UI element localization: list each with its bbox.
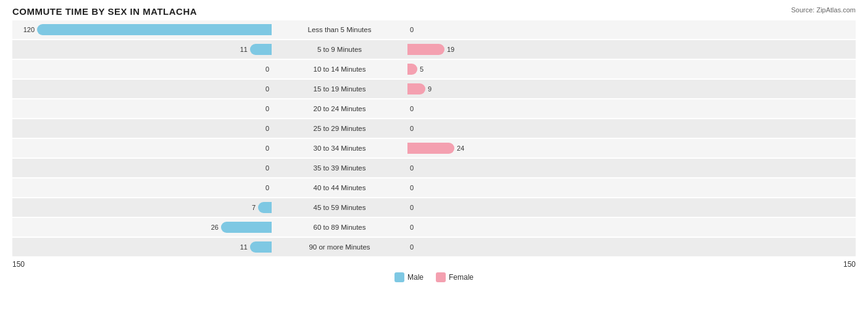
chart-row: 0 20 to 24 Minutes 0 <box>12 99 856 118</box>
female-value: 0 <box>410 105 422 112</box>
row-label: 45 to 59 Minutes <box>272 204 407 211</box>
chart-row: 0 15 to 19 Minutes 9 <box>12 80 856 98</box>
male-value: 0 <box>257 85 269 93</box>
row-label: 10 to 14 Minutes <box>272 65 407 73</box>
male-value: 0 <box>257 145 269 152</box>
female-value: 0 <box>410 224 422 231</box>
chart-row: 0 40 to 44 Minutes 0 <box>12 178 856 197</box>
male-value: 0 <box>257 164 269 172</box>
axis-right: 150 <box>825 260 856 269</box>
chart-title: COMMUTE TIME BY SEX IN MATLACHA <box>12 6 856 17</box>
male-bar <box>250 241 272 253</box>
source-label: Source: ZipAtlas.com <box>791 6 856 14</box>
male-value: 0 <box>257 65 269 73</box>
axis-row: 150 150 <box>12 260 856 269</box>
male-bar-container: 0 <box>12 181 272 195</box>
row-label: Less than 5 Minutes <box>272 26 407 33</box>
female-bar <box>407 83 425 94</box>
male-legend-box <box>394 272 404 282</box>
row-label: 60 to 89 Minutes <box>272 224 407 231</box>
row-label: 35 to 39 Minutes <box>272 164 407 172</box>
female-bar-container: 0 <box>407 102 667 115</box>
chart-row: 7 45 to 59 Minutes 0 <box>12 198 856 217</box>
female-value: 0 <box>410 204 422 211</box>
female-bar-container: 19 <box>407 43 667 56</box>
chart-row: 0 25 to 29 Minutes 0 <box>12 119 856 138</box>
male-bar-container: 0 <box>12 141 272 155</box>
legend-female: Female <box>436 272 474 282</box>
female-bar-container: 0 <box>407 122 667 135</box>
female-bar-container: 24 <box>407 141 667 155</box>
female-bar-container: 0 <box>407 201 667 214</box>
chart-row: 26 60 to 89 Minutes 0 <box>12 218 856 237</box>
female-bar-container: 0 <box>407 220 667 234</box>
male-legend-label: Male <box>407 273 424 282</box>
female-value: 24 <box>457 145 469 152</box>
male-value: 26 <box>206 224 219 231</box>
female-bar <box>407 64 417 75</box>
male-value: 0 <box>257 184 269 191</box>
male-bar-container: 0 <box>12 102 272 115</box>
female-bar <box>407 44 444 55</box>
male-bar <box>250 44 272 55</box>
male-value: 0 <box>257 105 269 112</box>
row-label: 40 to 44 Minutes <box>272 184 407 191</box>
row-label: 20 to 24 Minutes <box>272 105 407 112</box>
chart-row: 0 30 to 34 Minutes 24 <box>12 139 856 157</box>
female-legend-label: Female <box>449 273 474 282</box>
legend-male: Male <box>394 272 424 282</box>
chart-row: 0 35 to 39 Minutes 0 <box>12 159 856 177</box>
male-value: 11 <box>235 243 248 251</box>
male-value: 0 <box>257 125 269 132</box>
female-bar-container: 5 <box>407 62 667 76</box>
male-bar-container: 0 <box>12 161 272 175</box>
female-legend-box <box>436 272 446 282</box>
female-value: 9 <box>428 85 440 93</box>
row-label: 15 to 19 Minutes <box>272 85 407 93</box>
male-value: 7 <box>243 204 256 211</box>
female-value: 5 <box>420 65 432 73</box>
female-value: 0 <box>410 243 422 251</box>
female-bar-container: 0 <box>407 181 667 195</box>
male-bar-container: 0 <box>12 82 272 96</box>
male-value: 11 <box>235 46 248 53</box>
axis-left: 150 <box>12 260 43 269</box>
male-bar-container: 26 <box>12 220 272 234</box>
chart-row: 0 10 to 14 Minutes 5 <box>12 60 856 78</box>
female-value: 0 <box>410 125 422 132</box>
male-bar-container: 0 <box>12 62 272 76</box>
female-bar-container: 9 <box>407 82 667 96</box>
female-value: 0 <box>410 184 422 191</box>
chart-row: 120 Less than 5 Minutes 0 <box>12 20 856 39</box>
female-value: 19 <box>447 46 459 53</box>
male-bar-container: 0 <box>12 122 272 135</box>
chart-rows-wrapper: 120 Less than 5 Minutes 0 11 5 to 9 Minu… <box>12 20 856 258</box>
male-bar <box>258 202 272 213</box>
chart-row: 11 5 to 9 Minutes 19 <box>12 40 856 59</box>
female-value: 0 <box>410 164 422 172</box>
female-bar <box>407 143 454 154</box>
row-label: 90 or more Minutes <box>272 243 407 251</box>
row-label: 25 to 29 Minutes <box>272 125 407 132</box>
chart-row: 11 90 or more Minutes 0 <box>12 238 856 256</box>
female-bar-container: 0 <box>407 240 667 254</box>
chart-container: COMMUTE TIME BY SEX IN MATLACHA Source: … <box>0 0 868 323</box>
legend: Male Female <box>12 272 856 282</box>
male-value: 120 <box>22 26 35 33</box>
male-bar-container: 7 <box>12 201 272 214</box>
female-bar-container: 0 <box>407 161 667 175</box>
male-bar-container: 11 <box>12 43 272 56</box>
male-bar-container: 11 <box>12 240 272 254</box>
male-bar-container: 120 <box>12 23 272 36</box>
female-bar-container: 0 <box>407 23 667 36</box>
male-bar <box>37 24 272 35</box>
female-value: 0 <box>410 26 422 33</box>
row-label: 5 to 9 Minutes <box>272 46 407 53</box>
male-bar <box>221 222 272 233</box>
row-label: 30 to 34 Minutes <box>272 145 407 152</box>
